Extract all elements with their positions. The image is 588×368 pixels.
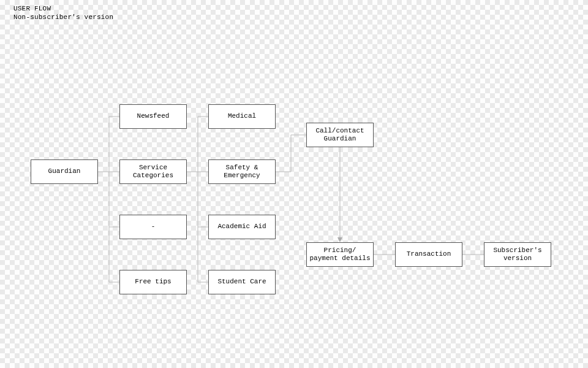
node-transaction: Transaction — [395, 242, 462, 267]
node-subscribers-version: Subscriber's version — [484, 242, 551, 267]
node-service-categories: Service Categories — [119, 159, 187, 184]
node-newsfeed: Newsfeed — [119, 104, 187, 129]
node-placeholder: - — [119, 215, 187, 239]
node-medical: Medical — [208, 104, 276, 129]
node-free-tips: Free tips — [119, 270, 187, 294]
node-student-care: Student Care — [208, 270, 276, 294]
svg-marker-13 — [337, 237, 342, 242]
title-line-1: USER FLOW — [13, 5, 51, 12]
diagram-title: USER FLOW Non-subscriber's version — [13, 5, 113, 22]
node-pricing-payment: Pricing/ payment details — [306, 242, 374, 267]
connector-lines — [0, 0, 588, 368]
title-line-2: Non-subscriber's version — [13, 13, 113, 21]
node-guardian: Guardian — [31, 159, 98, 184]
node-call-contact-guardian: Call/contact Guardian — [306, 123, 374, 147]
node-safety-emergency: Safety & Emergency — [208, 159, 276, 184]
node-academic-aid: Academic Aid — [208, 215, 276, 239]
